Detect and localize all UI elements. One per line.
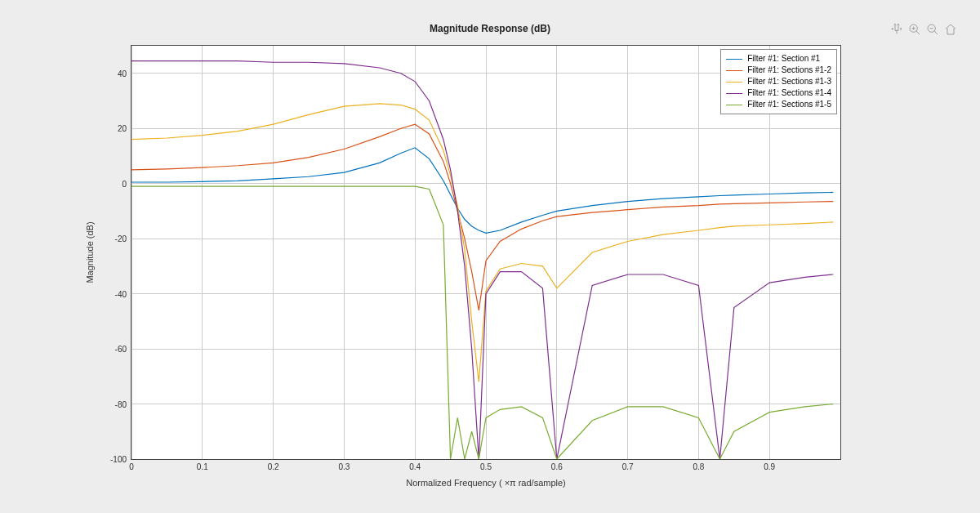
- plot-area[interactable]: 00.10.20.30.40.50.60.70.80.9 -100-80-60-…: [131, 45, 841, 460]
- legend-item[interactable]: Filter #1: Section #1: [726, 53, 831, 65]
- chart-title: Magnitude Response (dB): [8, 23, 972, 34]
- legend-swatch: [726, 105, 742, 105]
- legend-label: Filter #1: Sections #1-3: [747, 76, 831, 87]
- y-tick: -100: [110, 455, 127, 464]
- series-line: [131, 124, 833, 310]
- y-tick: -40: [115, 289, 127, 298]
- y-tick: 0: [122, 179, 127, 188]
- legend-swatch: [726, 93, 742, 94]
- x-tick: 0.2: [268, 462, 279, 471]
- legend-label: Filter #1: Sections #1-5: [747, 99, 831, 110]
- x-tick: 0.7: [622, 462, 634, 471]
- legend-item[interactable]: Filter #1: Sections #1-5: [726, 99, 831, 110]
- legend[interactable]: Filter #1: Section #1Filter #1: Sections…: [720, 49, 837, 114]
- series-line: [131, 104, 833, 382]
- x-tick: 0: [129, 462, 134, 471]
- y-tick: -60: [115, 345, 127, 354]
- y-tick: -20: [115, 234, 127, 243]
- figure-window: Magnitude Response (dB) Magnitude (dB) 0…: [8, 8, 972, 505]
- legend-swatch: [726, 82, 742, 83]
- y-axis-label: Magnitude (dB): [82, 45, 98, 460]
- legend-swatch: [726, 70, 742, 71]
- x-tick: 0.4: [409, 462, 421, 471]
- y-tick: 20: [118, 124, 127, 133]
- x-tick: 0.8: [693, 462, 704, 471]
- legend-label: Filter #1: Sections #1-4: [747, 87, 831, 99]
- legend-item[interactable]: Filter #1: Sections #1-2: [726, 65, 831, 76]
- series-line: [131, 148, 833, 234]
- legend-label: Filter #1: Section #1: [747, 53, 820, 65]
- y-tick: -80: [115, 399, 127, 408]
- series-line: [131, 61, 833, 459]
- legend-item[interactable]: Filter #1: Sections #1-3: [726, 76, 831, 87]
- x-tick: 0.3: [338, 462, 350, 471]
- x-axis-label: Normalized Frequency ( ×π rad/sample): [131, 478, 841, 488]
- legend-label: Filter #1: Sections #1-2: [747, 65, 831, 76]
- y-tick: 40: [118, 69, 127, 78]
- x-tick: 0.9: [764, 462, 775, 471]
- x-tick: 0.6: [551, 462, 563, 471]
- legend-item[interactable]: Filter #1: Sections #1-4: [726, 87, 831, 99]
- x-tick: 0.5: [480, 462, 492, 471]
- legend-swatch: [726, 59, 742, 60]
- x-tick: 0.1: [197, 462, 208, 471]
